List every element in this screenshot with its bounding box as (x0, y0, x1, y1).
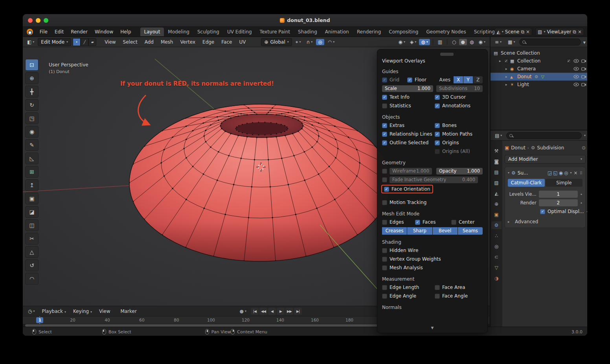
grid-subdivisions-slider[interactable]: Subdivisions10 (436, 85, 483, 92)
scroll-more-indicator[interactable]: ▼ (382, 326, 483, 330)
outliner-row[interactable]: ▸ ✓ Scene Collection ▽ ✓ (491, 49, 588, 57)
tool-button[interactable] (25, 273, 39, 285)
editor-type-button[interactable]: ▾ (25, 39, 36, 45)
face-area-checkbox[interactable]: Face Area (435, 285, 465, 290)
viewlayer-selector[interactable]: ▾ ViewLayer (535, 28, 584, 36)
outline-selected-checkbox[interactable]: Outline Selected (382, 140, 435, 145)
edge-mark-toggle[interactable]: Creases (382, 227, 407, 235)
gizmos-dropdown[interactable]: ▾ (408, 39, 418, 45)
auto-keying-button[interactable]: ▾ (238, 308, 249, 314)
tool-button[interactable] (25, 233, 39, 245)
proportional-editing-toggle[interactable] (316, 39, 324, 45)
properties-tab[interactable] (491, 221, 502, 229)
face-angle-checkbox[interactable]: Face Angle (435, 293, 468, 299)
axis-toggle[interactable]: Z (473, 76, 483, 83)
workspace-tab[interactable]: Sculpting (193, 28, 223, 36)
titlebar[interactable]: donut_03.blend (23, 14, 587, 27)
shading-solid-button[interactable] (459, 39, 467, 45)
modifier-name-field[interactable]: Su... (518, 170, 528, 176)
edges-checkbox[interactable]: Edges (382, 219, 415, 225)
new-scene-icon[interactable] (521, 29, 524, 34)
workspace-tab[interactable]: Compositing (385, 28, 422, 36)
tool-button[interactable] (25, 206, 39, 218)
motion-tracking-checkbox[interactable]: Motion Tracking (382, 200, 426, 205)
collection-enable-checkbox[interactable]: ✓ (566, 59, 571, 63)
scene-selector[interactable]: ▾ Scene (494, 28, 532, 36)
play-button[interactable] (277, 308, 285, 315)
wireframe-checkbox[interactable] (382, 169, 387, 174)
timeline-editor-type-button[interactable]: ▾ (26, 308, 37, 314)
workspace-tab[interactable]: Geometry Nodes (422, 28, 470, 36)
unlink-scene-icon[interactable] (526, 29, 530, 34)
properties-tab[interactable] (491, 168, 502, 176)
edge-length-checkbox[interactable]: Edge Length (382, 285, 435, 290)
subdivision-type-tab[interactable]: Simple (546, 179, 582, 187)
breadcrumb-object[interactable]: Donut (511, 145, 525, 151)
previous-keyframe-button[interactable] (259, 308, 267, 315)
shading-rendered-button[interactable]: ▾ (477, 39, 488, 45)
menubar-menu[interactable]: Edit (51, 29, 67, 35)
viewport-menu[interactable]: Mesh (157, 39, 177, 45)
origins-all-checkbox[interactable]: Origins (All) (435, 149, 470, 154)
shading-material-button[interactable] (468, 39, 476, 45)
menubar-menu[interactable]: Help (117, 29, 134, 35)
outliner-editor-type-button[interactable]: ▾ (493, 39, 503, 45)
tool-button[interactable] (25, 59, 39, 71)
bones-checkbox[interactable]: Bones (435, 123, 457, 128)
modifier-extras-dropdown[interactable]: ▾ (570, 171, 572, 175)
workspace-tab[interactable]: Shading (294, 28, 321, 36)
properties-tab[interactable] (491, 274, 502, 282)
properties-tab[interactable] (491, 189, 502, 197)
outliner-row[interactable]: ▸ ✓ Camera ▽ ✓ (491, 65, 588, 73)
disclosure-triangle-icon[interactable]: ▸ (499, 59, 504, 63)
timeline-menu[interactable]: Marker ▾ (117, 309, 143, 314)
annotations-checkbox[interactable]: Annotations (435, 103, 470, 108)
filter-funnel-icon[interactable] (583, 40, 586, 44)
viewport-menu[interactable]: Select (119, 39, 141, 45)
tool-button[interactable] (25, 99, 39, 111)
viewport-menu[interactable]: Add (141, 39, 157, 45)
properties-tab[interactable] (491, 253, 502, 261)
edge-mark-toggle[interactable]: Bevel (433, 227, 458, 235)
modifier-display-toggles[interactable]: ◲◱◉◎ (548, 171, 568, 175)
outliner-display-mode-dropdown[interactable]: ▾ (506, 39, 517, 45)
tool-button[interactable] (25, 139, 39, 151)
wireframe-slider[interactable]: Wireframe1.000 (390, 168, 432, 175)
transform-orientation-dropdown[interactable]: Global▾ (261, 38, 292, 46)
viewport-menu[interactable]: View (101, 39, 119, 45)
disable-in-renders-toggle[interactable] (581, 67, 586, 71)
shading-wireframe-button[interactable] (450, 39, 458, 45)
xray-toggle[interactable] (436, 39, 444, 45)
properties-tab[interactable] (491, 243, 502, 250)
tool-button[interactable] (25, 86, 39, 97)
menubar-menu[interactable]: Render (67, 29, 91, 35)
collection-exclude-checkbox[interactable]: ✓ (504, 59, 509, 63)
tool-button[interactable] (25, 166, 39, 178)
workspace-tab[interactable]: UV Editing (223, 28, 256, 36)
current-frame-badge[interactable]: 1 (36, 317, 43, 323)
workspace-tab[interactable]: Scripting (470, 28, 494, 36)
viewport-menu[interactable]: Edge (199, 39, 218, 45)
properties-tab[interactable] (491, 158, 502, 165)
viewport-menu[interactable]: Vertex (176, 39, 199, 45)
center-checkbox[interactable]: Center (451, 219, 474, 225)
fade-inactive-slider[interactable]: Fade Inactive Geometry0.400 (390, 176, 478, 183)
hidden-wire-checkbox[interactable]: Hidden Wire (382, 248, 418, 253)
new-viewlayer-icon[interactable] (573, 29, 576, 34)
advanced-section-toggle[interactable]: ▸ Advanced (508, 219, 582, 224)
collapse-modifier-chevron[interactable]: ▾ (508, 171, 509, 175)
hide-in-viewport-toggle[interactable] (573, 67, 579, 71)
tool-button[interactable] (25, 126, 39, 138)
show-object-types-dropdown[interactable]: ▾ (396, 39, 407, 45)
snap-toggle-and-settings[interactable]: ▾ (305, 39, 315, 45)
motion-paths-checkbox[interactable]: Motion Paths (435, 131, 472, 137)
axis-toggle[interactable]: X (454, 76, 463, 83)
overlays-dropdown[interactable]: ▾ (419, 39, 430, 45)
properties-tab[interactable] (491, 200, 502, 208)
tool-button[interactable] (25, 153, 39, 164)
faces-checkbox[interactable]: Faces (415, 219, 451, 225)
properties-tab[interactable] (491, 211, 502, 219)
disclosure-triangle-icon[interactable]: ▸ (505, 83, 510, 86)
jump-to-end-button[interactable] (294, 308, 302, 315)
origins-checkbox[interactable]: Origins (435, 140, 459, 145)
